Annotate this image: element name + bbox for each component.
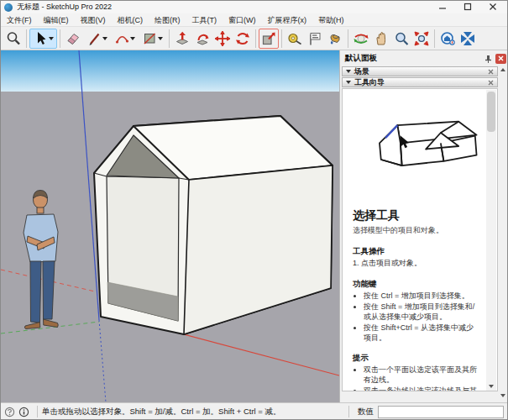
info-status-icon[interactable] xyxy=(18,407,29,417)
menu-view[interactable]: 视图(V) xyxy=(75,13,112,27)
main-area: 默认面板 场景 工具向导 xyxy=(1,50,508,402)
tray-scroll-up-icon[interactable] xyxy=(500,68,505,71)
layout-button[interactable] xyxy=(458,29,478,49)
follow-me-icon xyxy=(194,30,211,47)
scale-tool-button[interactable] xyxy=(259,29,279,49)
pin-icon xyxy=(484,55,492,63)
default-tray-panel: 默认面板 场景 工具向导 xyxy=(339,50,508,402)
sky xyxy=(1,50,339,92)
shapes-tool-button[interactable] xyxy=(139,29,166,49)
pencil-icon xyxy=(86,30,102,47)
line-dropdown-caret[interactable] xyxy=(102,37,107,40)
menu-draw[interactable]: 绘图(R) xyxy=(149,13,186,27)
instructor-scrollbar-thumb[interactable] xyxy=(487,92,495,132)
title-bar: 无标题 - SketchUp Pro 2022 xyxy=(1,1,507,13)
figure-neck xyxy=(37,207,44,213)
menu-camera[interactable]: 相机(C) xyxy=(112,13,149,27)
status-bar: 单击或拖动以选择对象。Shift = 加/减。Ctrl = 加。Shift + … xyxy=(1,402,507,420)
modifier-item: 按住 Ctrl = 增加项目到选择集。 xyxy=(364,291,480,302)
measurements-input[interactable] xyxy=(378,406,504,418)
instructor-scrollbar[interactable] xyxy=(486,90,496,391)
push-pull-icon xyxy=(174,30,191,47)
section-scenes[interactable]: 场景 xyxy=(342,66,498,76)
zoom-extents-icon xyxy=(413,30,430,47)
eraser-tool-button[interactable] xyxy=(63,29,83,49)
move-icon xyxy=(214,30,231,47)
geolocation-status-icon[interactable] xyxy=(4,407,15,417)
operation-header: 工具操作 xyxy=(353,246,480,257)
scenes-label: 场景 xyxy=(354,66,488,77)
pan-hand-icon xyxy=(373,30,390,47)
maximize-button[interactable] xyxy=(455,1,480,13)
figure-left-leg xyxy=(30,261,41,323)
rotate-icon xyxy=(234,30,251,47)
window-title: 无标题 - SketchUp Pro 2022 xyxy=(17,2,112,13)
tray-title: 默认面板 xyxy=(342,53,483,64)
instructor-label: 工具向导 xyxy=(354,77,488,88)
zoom-window-button[interactable] xyxy=(3,29,24,49)
scale-icon xyxy=(260,30,277,47)
menu-help[interactable]: 帮助(H) xyxy=(312,13,350,27)
tape-measure-icon xyxy=(286,30,303,47)
section-instructor[interactable]: 工具向导 xyxy=(342,77,498,87)
line-tool-button[interactable] xyxy=(83,29,111,49)
instructor-panel: 选择工具 选择模型中的项目和对象。 工具操作 1. 点击项目或对象。 功能键 按… xyxy=(342,88,498,391)
orbit-tool-button[interactable] xyxy=(351,29,371,49)
modifier-header: 功能键 xyxy=(353,279,480,290)
eraser-icon xyxy=(65,30,81,47)
minimize-button[interactable] xyxy=(430,1,455,13)
close-button[interactable] xyxy=(480,1,505,13)
arc-dropdown-caret[interactable] xyxy=(130,37,135,40)
shapes-dropdown-caret[interactable] xyxy=(158,37,163,40)
modifier-item: 按住 Shift = 增加项目到选择集和/或从选择集中减少项目。 xyxy=(364,302,480,322)
sketchup-logo-icon xyxy=(4,3,13,12)
menu-extensions[interactable]: 扩展程序(x) xyxy=(262,13,313,27)
scenes-remove-icon[interactable] xyxy=(488,69,494,75)
arc-icon xyxy=(114,30,129,47)
text-flag-icon xyxy=(306,30,323,47)
model-viewport[interactable] xyxy=(1,50,339,402)
measurements-label: 数值 xyxy=(358,407,374,417)
magnifier-icon xyxy=(5,30,22,47)
select-tool-button[interactable] xyxy=(29,29,57,49)
text-tool-button[interactable] xyxy=(305,29,325,49)
layout-icon xyxy=(459,30,476,47)
pin-button[interactable] xyxy=(483,54,494,64)
scenes-collapse-icon xyxy=(346,70,351,73)
follow-me-tool-button[interactable] xyxy=(192,29,212,49)
zoom-tool-button[interactable] xyxy=(391,29,411,49)
tape-measure-tool-button[interactable] xyxy=(285,29,305,49)
menu-window[interactable]: 窗口(W) xyxy=(223,13,262,27)
instructor-scroll-down-icon[interactable] xyxy=(489,385,494,388)
push-pull-tool-button[interactable] xyxy=(172,29,192,49)
select-dropdown-caret[interactable] xyxy=(49,37,54,40)
menu-tools[interactable]: 工具(T) xyxy=(186,13,223,27)
orbit-icon xyxy=(353,30,369,47)
tray-scroll-down-icon[interactable] xyxy=(500,394,505,397)
arc-tool-button[interactable] xyxy=(111,29,139,49)
warehouse-icon xyxy=(439,30,456,47)
pan-tool-button[interactable] xyxy=(371,29,391,49)
rotate-tool-button[interactable] xyxy=(233,29,253,49)
paint-bucket-tool-button[interactable] xyxy=(325,29,345,49)
move-tool-button[interactable] xyxy=(212,29,233,49)
maximize-icon xyxy=(463,3,472,11)
operation-step: 1. 点击项目或对象。 xyxy=(353,259,480,269)
tray-close-icon xyxy=(498,55,504,61)
menu-edit[interactable]: 编辑(E) xyxy=(38,13,75,27)
instructor-remove-icon[interactable] xyxy=(488,80,494,86)
sketchup-window: 无标题 - SketchUp Pro 2022 文件(F) 编辑(E) 视图(V… xyxy=(0,0,508,420)
figure-right-leg xyxy=(43,261,55,319)
tray-close-button[interactable] xyxy=(495,54,506,64)
status-message: 单击或拖动以选择对象。Shift = 加/减。Ctrl = 加。Shift + … xyxy=(42,407,344,417)
tips-list: 双击一个平面以选定该平面及其所有边线。 双击一条边线以选定该边线及与其共享的平面… xyxy=(364,365,480,391)
menu-file[interactable]: 文件(F) xyxy=(1,13,38,27)
paint-bucket-icon xyxy=(327,30,343,47)
zoom-extents-tool-button[interactable] xyxy=(411,29,432,49)
instructor-house-illustration xyxy=(353,94,487,198)
zoom-icon xyxy=(393,30,410,47)
instructor-content: 选择工具 选择模型中的项目和对象。 工具操作 1. 点击项目或对象。 功能键 按… xyxy=(343,89,487,391)
tip-item: 双击一个平面以选定该平面及其所有边线。 xyxy=(364,365,480,385)
tray-scrollbar[interactable] xyxy=(498,66,508,400)
warehouse-button[interactable] xyxy=(437,29,458,49)
